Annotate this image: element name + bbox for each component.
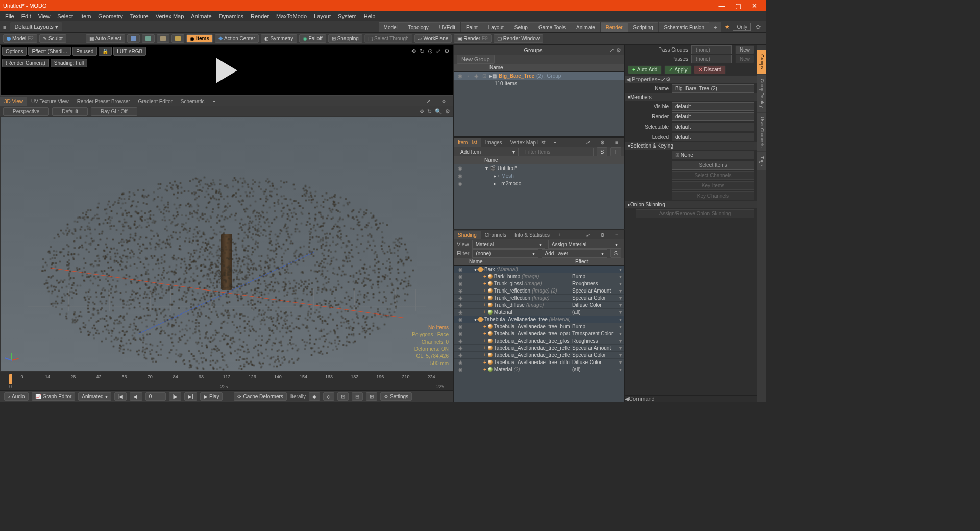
- key-items-button[interactable]: Key Items: [672, 181, 754, 190]
- view-tab-gradienteditor[interactable]: Gradient Editor: [134, 97, 177, 106]
- timeline-playhead[interactable]: [9, 374, 12, 384]
- auto-add-button[interactable]: +Auto Add: [628, 65, 662, 74]
- select-edges-button[interactable]: [142, 34, 155, 43]
- preview-shading[interactable]: Shading: Full: [51, 59, 87, 67]
- add-tab-button[interactable]: +: [709, 22, 721, 32]
- onion-skinning-section[interactable]: ▸ Onion Skinning: [625, 201, 757, 208]
- side-tab-groupdisplay[interactable]: Group Display: [757, 75, 766, 112]
- shading-row[interactable]: ◉+ Tabebuia_Avellanedae_tree_opacity (I……: [454, 330, 624, 337]
- symmetry-button[interactable]: ◐Symmetry: [261, 34, 297, 43]
- itemlist-ctrl-icon[interactable]: ≡: [611, 138, 622, 147]
- menu-texture[interactable]: Texture: [130, 13, 149, 19]
- cache-deformers-button[interactable]: ⟳Cache Deformers: [234, 392, 286, 401]
- itemlist-ctrl-icon[interactable]: ⤢: [582, 138, 594, 147]
- default-layouts-dropdown[interactable]: Default Layouts ▾: [10, 22, 62, 31]
- side-tab-groups[interactable]: Groups: [757, 50, 766, 74]
- select-poly-button[interactable]: [172, 34, 184, 43]
- view-default[interactable]: Default: [52, 107, 88, 116]
- items-mode-button[interactable]: ◉Items: [186, 34, 213, 43]
- render-button[interactable]: ▣RenderF9: [454, 34, 491, 43]
- itemlist-tab-itemlist[interactable]: Item List: [454, 138, 481, 147]
- axis-widget[interactable]: [5, 353, 19, 367]
- layout-tab-model[interactable]: Model: [379, 22, 403, 32]
- shading-row[interactable]: ◉+ Tabebuia_Avellanedae_tree_diffuse (I……: [454, 359, 624, 366]
- falloff-button[interactable]: ◉Falloff: [299, 34, 326, 43]
- filter-dropdown[interactable]: (none) ▾: [472, 249, 538, 258]
- item-row[interactable]: ◉▸ ▫ m2modo: [454, 180, 624, 187]
- properties-tab[interactable]: Properties: [632, 76, 657, 82]
- model-mode-button[interactable]: ModelF2: [3, 34, 37, 43]
- view-perspective[interactable]: Perspective: [3, 107, 49, 116]
- shading-row[interactable]: ◉+ Trunk_glossi (Image)Roughness▾: [454, 280, 624, 287]
- preview-paused[interactable]: Paused: [72, 47, 97, 56]
- item-row[interactable]: ◉▸ ▫ Mesh: [454, 172, 624, 180]
- add-shading-tab[interactable]: +: [554, 231, 565, 239]
- add-layer-dropdown[interactable]: Add Layer ▾: [542, 249, 607, 258]
- animated-dropdown[interactable]: Animated ▾: [78, 392, 111, 401]
- preview-effect[interactable]: Effect: (Shadi…: [28, 47, 71, 56]
- close-button[interactable]: ✕: [746, 2, 763, 10]
- shading-s-button[interactable]: S: [610, 249, 621, 258]
- filter-s-button[interactable]: S: [597, 147, 607, 156]
- layout-tab-layout[interactable]: Layout: [483, 22, 509, 32]
- new-passgroup-button[interactable]: New: [735, 45, 754, 54]
- shading-tab-channels[interactable]: Channels: [481, 231, 510, 239]
- layout-tab-topology[interactable]: Topology: [403, 22, 434, 32]
- current-frame-input[interactable]: 0: [145, 392, 166, 401]
- render-dropdown[interactable]: default: [672, 112, 754, 121]
- item-row[interactable]: ◉▾ 🎬 Untitled*: [454, 164, 624, 172]
- itemlist-tab-images[interactable]: Images: [481, 138, 506, 147]
- view-material-dropdown[interactable]: Material ▾: [472, 240, 545, 249]
- settings-button[interactable]: ⚙Settings: [380, 392, 412, 401]
- select-channels-button[interactable]: Select Channels: [672, 171, 754, 180]
- menu-animate[interactable]: Animate: [191, 13, 211, 19]
- shading-row[interactable]: ◉+ Trunk_reflection (Image) (2)Specular …: [454, 287, 624, 295]
- layout-tab-gametools[interactable]: Game Tools: [533, 22, 571, 32]
- auto-select-button[interactable]: ▦Auto Select: [86, 34, 125, 43]
- assign-material-dropdown[interactable]: Assign Material ▾: [548, 240, 621, 249]
- shading-row[interactable]: ◉+ Tabebuia_Avellanedae_tree_reflectionS…: [454, 345, 624, 352]
- new-group-button[interactable]: New Group: [457, 55, 495, 64]
- refresh-icon[interactable]: ↻: [420, 47, 425, 55]
- 3d-viewport[interactable]: No Items Polygons : FaceChannels: 0 Defo…: [0, 116, 453, 372]
- side-tab-userchannels[interactable]: User Channels: [757, 113, 766, 152]
- key-button-5[interactable]: ⊞: [366, 392, 377, 401]
- zoom-icon[interactable]: ⊙: [428, 47, 433, 55]
- add-item-dropdown[interactable]: Add Item ▾: [457, 148, 519, 156]
- menu-item[interactable]: Item: [80, 13, 91, 19]
- menu-layout[interactable]: Layout: [314, 13, 331, 19]
- selection-none[interactable]: ⊞ None: [672, 151, 754, 159]
- members-section[interactable]: ▾ Members: [625, 93, 757, 101]
- itemlist-ctrl-icon[interactable]: ⚙: [596, 138, 609, 147]
- shading-row[interactable]: ◉+ Material(all)▾: [454, 309, 624, 316]
- gear-icon[interactable]: ⚙: [666, 76, 671, 82]
- assign-onion-button[interactable]: Assign/Remove Onion Skinning: [636, 209, 754, 218]
- expand-icon[interactable]: ⤢: [661, 76, 666, 82]
- menu-dynamics[interactable]: Dynamics: [219, 13, 243, 19]
- side-tab-tags[interactable]: Tags: [757, 152, 766, 170]
- layout-tab-render[interactable]: Render: [601, 22, 628, 32]
- render-window-button[interactable]: ▢Render Window: [494, 34, 543, 43]
- timeline[interactable]: 0142842567084981121261401541681821962102…: [0, 372, 453, 390]
- expand-icon[interactable]: ⤢: [609, 47, 614, 54]
- next-key-button[interactable]: ▶|: [184, 392, 197, 401]
- select-vertices-button[interactable]: [127, 34, 140, 43]
- view-tab-uvtextureview[interactable]: UV Texture View: [27, 97, 73, 106]
- shading-tab-info&statistics[interactable]: Info & Statistics: [510, 231, 554, 239]
- visible-dropdown[interactable]: default: [672, 102, 754, 111]
- menu-render[interactable]: Render: [251, 13, 269, 19]
- shading-row[interactable]: ◉+ Tabebuia_Avellanedae_tree_reflectionS…: [454, 352, 624, 359]
- key-button-1[interactable]: ◆: [309, 392, 320, 401]
- shading-row[interactable]: ◉+ Bark_bump (Image)Bump▾: [454, 273, 624, 280]
- viewport-gear-icon[interactable]: ⚙: [445, 108, 450, 115]
- selection-keying-section[interactable]: ▾ Selection & Keying: [625, 142, 757, 150]
- menu-edit[interactable]: Edit: [21, 13, 31, 19]
- add-view-tab[interactable]: +: [209, 97, 220, 106]
- discard-button[interactable]: ✕Discard: [694, 65, 726, 74]
- preview-camera[interactable]: (Render Camera): [2, 59, 49, 67]
- play-button[interactable]: ▶ Play: [200, 392, 223, 401]
- locked-dropdown[interactable]: default: [672, 133, 754, 141]
- only-toggle[interactable]: Only: [733, 23, 751, 31]
- menu-view[interactable]: View: [38, 13, 51, 19]
- menu-help[interactable]: Help: [364, 13, 376, 19]
